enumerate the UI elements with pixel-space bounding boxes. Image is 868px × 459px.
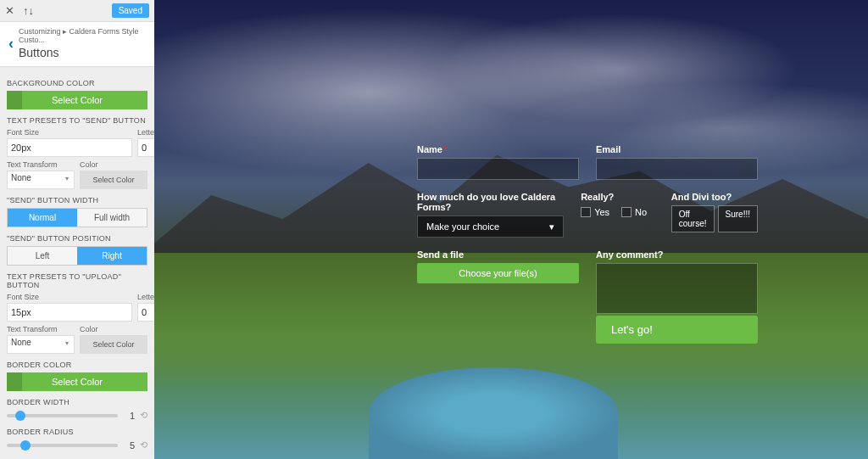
send-width-heading: "SEND" BUTTON WIDTH <box>7 196 147 204</box>
border-width-heading: BORDER WIDTH <box>7 398 147 406</box>
page-title: Buttons <box>19 46 151 59</box>
width-normal-button[interactable]: Normal <box>8 209 77 227</box>
width-full-button[interactable]: Full width <box>77 209 147 227</box>
send-text-transform-select[interactable]: None <box>7 171 75 189</box>
pos-left-button[interactable]: Left <box>8 247 77 265</box>
email-field[interactable] <box>596 158 758 180</box>
divi-off-button[interactable]: Off course! <box>671 205 715 232</box>
upload-text-transform-select[interactable]: None <box>7 335 75 354</box>
love-label: How much do you love Caldera Forms? <box>417 192 564 212</box>
divi-sure-button[interactable]: Sure!!! <box>718 205 758 232</box>
border-width-reset-icon[interactable]: ⟲ <box>140 410 147 421</box>
submit-button[interactable]: Let's go! <box>596 316 758 344</box>
send-letter-spacing-input[interactable] <box>137 138 154 157</box>
font-size-label: Font Size <box>7 128 132 137</box>
really-yes-checkbox[interactable]: Yes <box>581 207 609 217</box>
name-field[interactable] <box>417 158 579 180</box>
pos-right-button[interactable]: Right <box>77 247 147 265</box>
letter-spacing-label: Letter Spacing <box>137 128 154 137</box>
email-label: Email <box>596 144 758 154</box>
bg-color-heading: BACKGROUND COLOR <box>7 79 147 87</box>
color-label: Color <box>80 160 147 169</box>
love-select[interactable]: Make your choice ▾ <box>417 216 564 238</box>
upload-color-button[interactable]: Select Color <box>80 335 147 354</box>
comment-textarea[interactable] <box>596 263 758 314</box>
really-label: Really? <box>581 192 654 202</box>
border-width-slider[interactable] <box>7 414 118 417</box>
chevron-down-icon: ▾ <box>549 221 554 232</box>
upload-presets-heading: TEXT PRESETS TO "UPLOAD" BUTTON <box>7 272 147 289</box>
upload-text-transform-label: Text Transform <box>7 325 75 333</box>
border-radius-value: 5 <box>123 440 135 451</box>
text-transform-label: Text Transform <box>7 160 75 169</box>
divi-label: And Divi too? <box>671 192 758 202</box>
upload-font-size-input[interactable] <box>7 303 132 322</box>
border-color-heading: BORDER COLOR <box>7 361 147 369</box>
upload-letter-spacing-label: Letter Spacing <box>137 293 154 301</box>
sidebar-topbar: ✕ ↑↓ Saved <box>0 0 154 22</box>
bg-select-color-button[interactable]: Select Color <box>7 91 147 109</box>
send-position-heading: "SEND" BUTTON POSITION <box>7 234 147 243</box>
close-icon[interactable]: ✕ <box>5 4 14 17</box>
lake-decoration <box>369 367 619 459</box>
preview-pane: Name* Email How much do you love Caldera… <box>154 0 868 459</box>
comment-label: Any comment? <box>596 249 758 260</box>
send-font-size-input[interactable] <box>7 138 132 157</box>
customizer-sidebar: ✕ ↑↓ Saved ‹ Customizing ▸ Caldera Forms… <box>0 0 154 459</box>
name-label: Name* <box>417 144 579 154</box>
upload-color-label: Color <box>80 325 147 333</box>
border-select-color-button[interactable]: Select Color <box>7 372 147 391</box>
form: Name* Email How much do you love Caldera… <box>417 144 758 355</box>
love-select-value: Make your choice <box>426 221 499 232</box>
really-no-checkbox[interactable]: No <box>621 207 647 217</box>
border-width-value: 1 <box>123 411 135 421</box>
border-radius-heading: BORDER RADIUS <box>7 428 147 436</box>
upload-font-size-label: Font Size <box>7 293 132 301</box>
send-file-label: Send a file <box>417 249 579 260</box>
breadcrumb-path: Customizing ▸ Caldera Forms Style Custo.… <box>19 27 151 44</box>
sort-icon[interactable]: ↑↓ <box>23 4 34 17</box>
border-radius-slider[interactable] <box>7 444 118 447</box>
choose-file-button[interactable]: Choose your file(s) <box>417 263 579 283</box>
border-radius-reset-icon[interactable]: ⟲ <box>140 439 147 451</box>
back-icon[interactable]: ‹ <box>3 35 19 53</box>
saved-button[interactable]: Saved <box>112 3 149 18</box>
send-presets-heading: TEXT PRESETS TO "SEND" BUTTON <box>7 116 147 125</box>
breadcrumb: ‹ Customizing ▸ Caldera Forms Style Cust… <box>0 22 154 67</box>
send-color-button[interactable]: Select Color <box>80 171 147 189</box>
upload-letter-spacing-input[interactable] <box>137 303 154 322</box>
